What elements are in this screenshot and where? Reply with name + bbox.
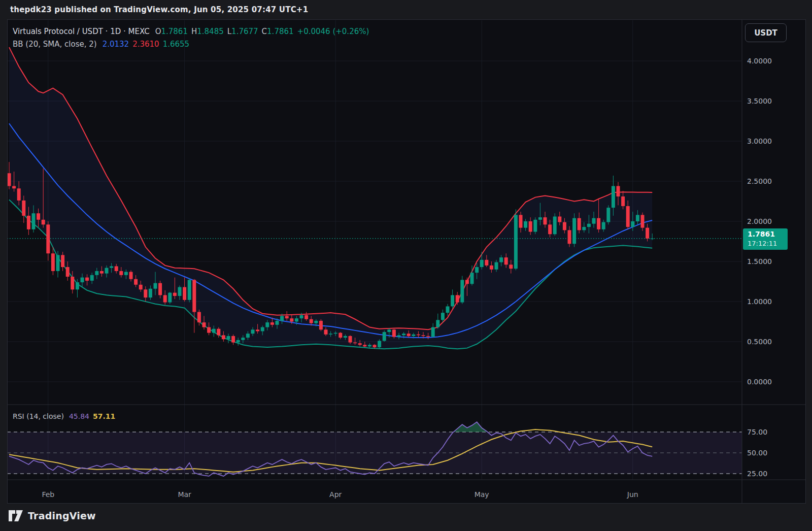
candle-body xyxy=(578,218,581,230)
candle-body xyxy=(46,224,50,253)
candle-body xyxy=(202,322,206,327)
bb-indicator-header: BB (20, SMA, close, 2) 2.0132 2.3610 1.6… xyxy=(13,40,189,49)
candle-body xyxy=(529,221,532,232)
candle-body xyxy=(168,293,172,303)
candle-body xyxy=(144,289,147,297)
candle-body xyxy=(100,271,104,274)
publish-bar: thepdk23 published on TradingView.com, J… xyxy=(10,5,308,14)
candle-body xyxy=(280,316,284,320)
candle-body xyxy=(339,333,342,338)
candle-body xyxy=(285,316,289,318)
candle-body xyxy=(76,282,79,289)
price-axis-label: 1.0000 xyxy=(747,297,772,306)
candle-body xyxy=(631,221,634,227)
chart-canvas[interactable] xyxy=(0,0,812,531)
candle-body xyxy=(227,336,230,339)
candle-body xyxy=(436,320,439,327)
candle-body xyxy=(85,278,89,281)
candle-body xyxy=(163,295,167,302)
rsi-value: 45.84 xyxy=(69,412,89,420)
candle-body xyxy=(373,345,377,347)
ohlc-low: L1.7677 xyxy=(227,27,258,36)
price-axis-label: 3.0000 xyxy=(747,137,772,146)
candle-body xyxy=(56,255,60,271)
candle-body xyxy=(387,329,391,332)
candle-body xyxy=(51,253,55,271)
candle-body xyxy=(383,332,386,341)
price-axis-label: 2.5000 xyxy=(747,177,772,186)
bb-lower-value: 1.6655 xyxy=(163,40,190,49)
candle-body xyxy=(8,173,11,186)
rsi-indicator-label[interactable]: RSI (14, close) xyxy=(13,412,64,420)
candle-body xyxy=(460,280,464,302)
ohlc-change: +0.0046 (+0.26%) xyxy=(297,27,369,36)
rsi-indicator-header: RSI (14, close) 45.84 57.11 xyxy=(13,412,115,420)
candle-body xyxy=(572,218,576,244)
candle-body xyxy=(548,224,552,234)
candle-body xyxy=(12,186,16,188)
candle-body xyxy=(42,220,45,224)
candle-body xyxy=(17,188,21,201)
candle-body xyxy=(329,334,332,335)
candle-body xyxy=(651,239,654,239)
candle-body xyxy=(621,196,625,206)
bb-indicator-label[interactable]: BB (20, SMA, close, 2) xyxy=(13,40,97,49)
candle-body xyxy=(553,217,557,235)
candle-body xyxy=(451,295,454,306)
candle-body xyxy=(290,318,293,321)
candle-body xyxy=(124,272,128,275)
candle-body xyxy=(358,343,362,345)
candle-body xyxy=(310,319,313,323)
rsi-axis-label: 75.00 xyxy=(747,427,767,437)
ohlc-high: H1.8485 xyxy=(191,27,224,36)
time-axis-month-label: Feb xyxy=(42,490,54,499)
candle-body xyxy=(27,216,30,229)
candle-body xyxy=(504,257,508,264)
candle-body xyxy=(368,345,371,346)
candle-body xyxy=(129,272,133,279)
candle-body xyxy=(295,318,298,321)
candle-body xyxy=(592,218,596,224)
candle-body xyxy=(270,322,274,325)
candle-body xyxy=(490,266,493,270)
candle-body xyxy=(154,283,157,289)
candle-body xyxy=(426,336,430,337)
candle-body xyxy=(158,283,162,295)
candle-body xyxy=(265,322,269,327)
candle-body xyxy=(207,327,211,333)
candle-body xyxy=(626,206,630,227)
candle-body xyxy=(563,222,566,230)
candle-body xyxy=(407,334,411,336)
rsi-axis-label: 25.00 xyxy=(747,469,767,478)
time-axis-month-label: May xyxy=(475,490,489,499)
footer-brand[interactable]: TradingView xyxy=(8,509,96,522)
rsi-zone-fill xyxy=(7,432,742,474)
page: { "publish_bar": { "text": "thepdk23 pub… xyxy=(0,0,812,531)
candle-body xyxy=(110,266,113,268)
currency-toggle-button[interactable]: USDT xyxy=(745,23,787,42)
bb-middle-value: 2.0132 xyxy=(103,40,129,49)
candle-body xyxy=(441,313,445,320)
candle-body xyxy=(353,343,357,344)
candle-body xyxy=(641,215,645,227)
candle-body xyxy=(582,227,586,230)
candle-body xyxy=(319,321,323,329)
candle-body xyxy=(519,215,523,227)
price-axis-label: 2.0000 xyxy=(747,217,772,226)
candle-body xyxy=(314,321,318,323)
candle-body xyxy=(119,271,123,275)
candle-body xyxy=(397,335,401,337)
candle-body xyxy=(499,257,503,262)
candle-body xyxy=(480,260,484,267)
candle-body xyxy=(115,266,118,271)
candle-body xyxy=(212,329,216,333)
candle-body xyxy=(22,201,25,216)
ohlc-open: O1.7861 xyxy=(155,27,188,36)
rsi-axis-label: 50.00 xyxy=(747,448,767,457)
candle-body xyxy=(606,208,610,222)
price-axis-label: 1.5000 xyxy=(747,257,772,266)
candle-body xyxy=(32,213,36,229)
time-axis-month-label: Apr xyxy=(329,490,342,499)
last-price-value: 1.7861 xyxy=(748,229,788,239)
symbol-title[interactable]: Virtuals Protocol / USDT · 1D · MEXC xyxy=(13,27,150,36)
